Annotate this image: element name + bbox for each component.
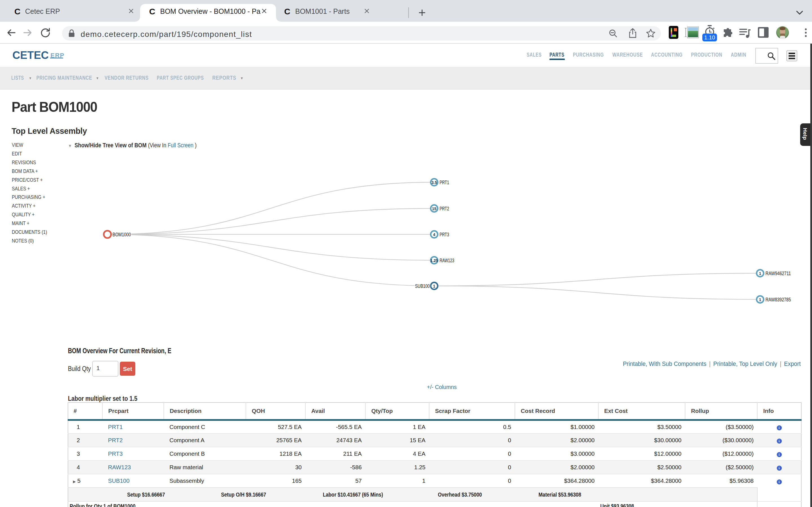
svg-text:PRT3: PRT3 bbox=[440, 231, 449, 237]
svg-text:1: 1 bbox=[759, 297, 761, 302]
svg-text:PRT2: PRT2 bbox=[440, 206, 449, 212]
svg-text:3.5: 3.5 bbox=[432, 180, 437, 185]
svg-text:1: 1 bbox=[759, 271, 761, 276]
svg-text:RAW8392785: RAW8392785 bbox=[765, 297, 791, 302]
svg-text:BOM1000: BOM1000 bbox=[112, 231, 131, 237]
svg-text:4: 4 bbox=[433, 232, 435, 237]
svg-text:RAW9462711: RAW9462711 bbox=[765, 270, 791, 276]
svg-text:15: 15 bbox=[432, 207, 437, 211]
svg-text:1: 1 bbox=[433, 284, 435, 288]
svg-text:1.25: 1.25 bbox=[430, 258, 438, 263]
svg-text:RAW123: RAW123 bbox=[440, 258, 454, 263]
svg-text:SUB100: SUB100 bbox=[415, 283, 430, 289]
svg-text:PRT1: PRT1 bbox=[440, 179, 449, 185]
